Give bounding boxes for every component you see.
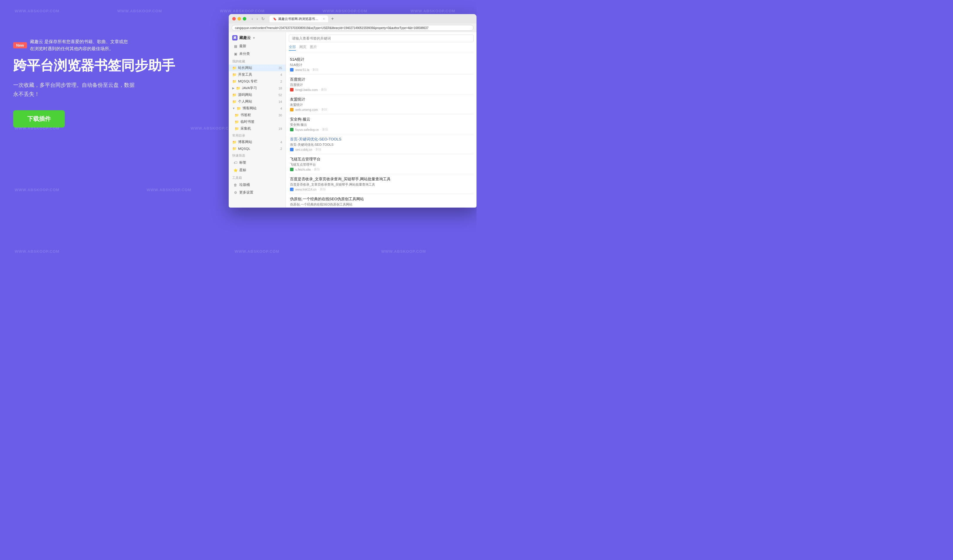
bookmark-title-link114: 百度是否收录_文章页收录查询_买链帮手,网站批量查询工具 [290, 177, 472, 182]
bookmark-item-feichi[interactable]: 飞链互点管理平台 飞链互点管理平台 u.feichi.site · 删除 [289, 154, 473, 174]
folder-source-label: 源码网站 [238, 93, 277, 97]
delete-baidu[interactable]: · 删除 [319, 88, 327, 92]
maximize-button-dot[interactable] [243, 17, 246, 20]
delete-feichi[interactable]: · 删除 [313, 168, 320, 172]
sidebar-common-blog[interactable]: 📁 博客网站 4 [229, 139, 286, 146]
bookmark-item-weiyuanchuang[interactable]: 伪原创,一个经典的在线SEO伪原创工具网站 伪原创,一个经典的在线SEO伪原创工… [289, 194, 473, 208]
sidebar-item-trash[interactable]: 🗑 垃圾桶 [230, 181, 284, 189]
folder-icon-9: 📁 [234, 120, 239, 124]
sidebar-folder-collect[interactable]: 📁 采集机 19 [229, 125, 286, 132]
favicon-feichi [290, 168, 293, 171]
common-mqsql-label: MQSQL [238, 147, 279, 150]
folder-blog-count: 4 [280, 107, 282, 110]
delete-safedog[interactable]: · 删除 [320, 127, 328, 132]
folder-java-count: 18 [279, 87, 282, 90]
bookmark-item-51a[interactable]: 51A统计 51A统计 www.51.la · 删除 [289, 54, 473, 74]
folder-icon-4: 📁 [236, 86, 241, 90]
tab-close-icon[interactable]: × [323, 17, 325, 20]
folder-collect-count: 19 [279, 127, 282, 130]
bookmark-item-baidu[interactable]: 百度统计 百度统计 tongji.baidu.com · 删除 [289, 74, 473, 95]
minimize-button-dot[interactable] [237, 17, 241, 20]
sidebar-folder-temp[interactable]: 📁 临时书签 [229, 118, 286, 125]
tab-bar: 🔖 藏趣云书签网-跨浏览器书签同步... × + [270, 16, 473, 22]
favicon-seotools [290, 148, 293, 151]
delete-51a[interactable]: · 删除 [311, 68, 319, 72]
section-quick: 快速筛选 [229, 152, 286, 158]
delete-seotools[interactable]: · 删除 [314, 147, 322, 152]
tag-icon: 🏷 [233, 161, 237, 165]
common-blog-icon: 📁 [232, 140, 237, 144]
new-badge-description: 藏趣云 是保存所有您喜爱的书籍、歌曲、文章或您在浏览时遇到的任何其他内容的最佳场… [30, 38, 128, 52]
sidebar-folder-blog[interactable]: ▼ 📁 博客网站 4 [229, 105, 286, 112]
sidebar-item-settings[interactable]: ⚙ 更多设置 [230, 189, 284, 196]
recent-icon: ▦ [233, 44, 237, 48]
bookmark-meta-safedog: fuyun.safedog.cn · 删除 [290, 127, 472, 132]
folder-temp-label: 临时书签 [241, 119, 282, 124]
filter-tab-image[interactable]: 图片 [310, 45, 317, 51]
folder-station-label: 站长网站 [238, 66, 277, 70]
favicon-baidu [290, 88, 293, 92]
address-text: cangquyun.com/content?menuId=23476373703… [235, 26, 428, 29]
bookmark-item-safedog[interactable]: 安全狗·服云 安全狗·服云 fuyun.safedog.cn · 删除 [289, 114, 473, 134]
search-input[interactable] [289, 34, 473, 42]
delete-umeng[interactable]: · 删除 [320, 108, 327, 112]
sidebar-logo: 藏 [232, 35, 237, 40]
address-bar: cangquyun.com/content?menuId=23476373703… [229, 23, 476, 32]
sidebar-folder-source[interactable]: 📁 源码网站 52 [229, 92, 286, 98]
favicon-51a [290, 68, 293, 71]
browser-titlebar: ‹ › ↻ 🔖 藏趣云书签网-跨浏览器书签同步... × + [229, 14, 476, 23]
bookmark-title-umeng: 友盟统计 [290, 97, 472, 102]
folder-bookshelf-label: 书签柜 [241, 113, 277, 117]
bookmark-title-seotools: 首页-关键词优化-SEO-TOOLS [290, 137, 472, 142]
new-tab-button[interactable]: + [329, 16, 335, 22]
bookmark-item-seotools[interactable]: 首页-关键词优化-SEO-TOOLS 首页-关键词优化-SEO-TOOLS se… [289, 134, 473, 154]
bookmark-meta-link114: www.link114.cn · 删除 [290, 187, 472, 191]
content-panel: 全部 网页 图片 51A统计 51A统计 www.51.la · 删除 百度统计… [286, 32, 476, 208]
sidebar-folder-devtools[interactable]: 📁 开发工具 4 [229, 71, 286, 78]
sidebar-uncategorized-label: 未分类 [239, 51, 281, 56]
filter-tab-all[interactable]: 全部 [289, 45, 296, 51]
star-icon: ⭐ [233, 168, 237, 172]
main-title: 跨平台浏览器书签同步助手 [13, 57, 183, 74]
bookmark-subtitle-weiyuanchuang: 伪原创,一个经典的在线SEO伪原创工具网站 [290, 202, 472, 207]
download-button[interactable]: 下载插件 [13, 110, 65, 127]
browser-window: ‹ › ↻ 🔖 藏趣云书签网-跨浏览器书签同步... × + cangquyun… [229, 14, 476, 208]
sidebar-folder-bookshelf[interactable]: 📁 书签柜 30 [229, 112, 286, 118]
bookmark-title-51a: 51A统计 [290, 57, 472, 62]
delete-link114[interactable]: · 删除 [318, 187, 326, 191]
sidebar-folder-mqsql[interactable]: 📁 MQSQL专栏 2 [229, 78, 286, 85]
sidebar-folder-personal[interactable]: 📁 个人网站 14 [229, 98, 286, 105]
sidebar-recent-label: 最新 [239, 44, 281, 48]
filter-tab-webpage[interactable]: 网页 [300, 45, 306, 51]
site-51a: www.51.la [295, 68, 309, 71]
sidebar-folder-java[interactable]: ▶ 📁 JAVA学习 18 [229, 85, 286, 92]
site-baidu: tongji.baidu.com [295, 88, 318, 92]
bookmark-subtitle-51a: 51A统计 [290, 63, 472, 67]
bookmark-item-umeng[interactable]: 友盟统计 友盟统计 web.umeng.com · 删除 [289, 95, 473, 114]
bookmark-title-baidu: 百度统计 [290, 77, 472, 82]
bookmark-meta-51a: www.51.la · 删除 [290, 68, 472, 72]
bookmark-item-link114[interactable]: 百度是否收录_文章页收录查询_买链帮手,网站批量查询工具 百度是否收录_文章页收… [289, 174, 473, 194]
bookmark-meta-feichi: u.feichi.site · 删除 [290, 168, 472, 172]
sidebar-item-uncategorized[interactable]: ▣ 未分类 [230, 50, 284, 57]
sidebar-common-mqsql[interactable]: 📁 MQSQL 2 [229, 146, 286, 152]
folder-devtools-count: 4 [280, 73, 282, 76]
trash-icon: 🗑 [233, 183, 237, 187]
address-input[interactable]: cangquyun.com/content?menuId=23476373703… [232, 25, 473, 31]
sidebar-folder-station[interactable]: 📁 站长网站 35 [229, 65, 286, 71]
close-button-dot[interactable] [232, 17, 236, 20]
folder-icon-7: 📁 [237, 106, 241, 110]
reload-button[interactable]: ↻ [260, 16, 266, 21]
expand-icon-blog: ▼ [232, 107, 235, 110]
sidebar-item-tags[interactable]: 🏷 标签 [230, 159, 284, 166]
bookmark-subtitle-feichi: 飞链互点管理平台 [290, 163, 472, 167]
sub-description: 一次收藏，多平台同步管理。自动备份至云盘，数据永不丢失！ [13, 81, 183, 99]
folder-blog-label: 博客网站 [242, 106, 279, 110]
sidebar-settings-label: 更多设置 [239, 190, 281, 195]
forward-button[interactable]: › [255, 16, 259, 21]
sidebar-item-starred[interactable]: ⭐ 星标 [230, 166, 284, 174]
browser-tab-active[interactable]: 🔖 藏趣云书签网-跨浏览器书签同步... × [270, 16, 328, 22]
delete-weiyuanchuang[interactable]: · 删除 [310, 207, 317, 208]
sidebar-item-recent[interactable]: ▦ 最新 [230, 42, 284, 50]
back-button[interactable]: ‹ [250, 16, 254, 21]
